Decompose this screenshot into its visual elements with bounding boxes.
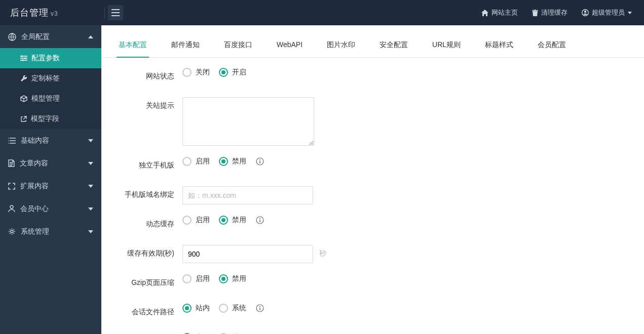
chevron-up-icon	[88, 35, 93, 38]
sidebar-item-custom-tags[interactable]: 定制标签	[0, 68, 101, 89]
nav-title-member[interactable]: 会员中心	[0, 197, 101, 220]
radio-label: 禁用	[232, 157, 246, 166]
radio-label: 启用	[196, 274, 210, 283]
radio-gzip-enable[interactable]: 启用	[182, 274, 210, 283]
row-session-path: 会话文件路径 站内 系统	[117, 304, 629, 322]
radio-site-on[interactable]: 开启	[219, 68, 246, 77]
chevron-down-icon	[628, 12, 632, 14]
row-mobile: 独立手机版 启用 禁用	[117, 157, 629, 175]
row-dyn-cache: 动态缓存 启用 禁用	[117, 216, 629, 234]
sidebar-toggle-button[interactable]	[108, 5, 123, 20]
info-icon	[256, 157, 264, 165]
nav-home-link[interactable]: 网站主页	[481, 8, 518, 17]
nav-label: 扩展内容	[20, 182, 49, 191]
topbar: 后台管理 v3 网站主页 清理缓存 超级管理员	[0, 0, 644, 25]
chevron-down-icon	[88, 207, 93, 211]
nav-title-article[interactable]: 文章内容	[0, 152, 101, 175]
top-divider	[104, 7, 105, 18]
label-site-status: 网站状态	[117, 68, 182, 81]
expand-icon	[8, 183, 15, 190]
sub-item-label: 配置参数	[31, 54, 60, 63]
label-dyn-cache: 动态缓存	[117, 216, 182, 229]
svg-point-5	[22, 59, 23, 61]
input-cache-ttl[interactable]	[182, 245, 313, 263]
radio-cache-enable[interactable]: 启用	[182, 216, 210, 225]
nav-title-base-content[interactable]: 基础内容	[0, 129, 101, 152]
nav-label: 会员中心	[20, 204, 49, 214]
svg-point-10	[11, 230, 13, 233]
nav-title-system[interactable]: 系统管理	[0, 220, 101, 243]
radio-session-system[interactable]: 系统	[219, 304, 246, 313]
svg-rect-16	[259, 220, 260, 222]
svg-point-18	[259, 306, 260, 307]
tab-basic[interactable]: 基本配置	[117, 35, 149, 58]
trash-icon	[532, 10, 538, 16]
row-mobile-domain: 手机版域名绑定	[117, 186, 629, 204]
nav-label: 系统管理	[21, 227, 49, 236]
nav-group-member: 会员中心	[0, 197, 101, 220]
sub-item-label: 模型字段	[31, 114, 59, 123]
row-gzip: Gzip页面压缩 启用 禁用	[117, 274, 629, 293]
nav-title-global[interactable]: 全局配置	[0, 25, 101, 48]
sidebar-item-model-fields[interactable]: 模型字段	[0, 109, 101, 129]
nav-group-extend: 扩展内容	[0, 175, 101, 197]
row-cache-ttl: 缓存有效期(秒) 秒	[117, 245, 629, 263]
row-close-tip: 关站提示	[117, 97, 629, 146]
label-gzip: Gzip页面压缩	[117, 274, 182, 287]
clear-cache-label: 清理缓存	[541, 8, 567, 17]
menu-icon	[111, 9, 120, 16]
radio-label: 禁用	[232, 216, 246, 225]
radio-site-off[interactable]: 关闭	[182, 68, 210, 77]
help-session[interactable]	[255, 304, 264, 313]
radio-mobile-enable[interactable]: 启用	[182, 157, 210, 166]
tab-security[interactable]: 安全配置	[377, 35, 410, 57]
tab-title-style[interactable]: 标题样式	[483, 35, 515, 57]
svg-point-6	[8, 138, 9, 139]
radio-session-internal[interactable]: 站内	[182, 304, 210, 313]
nav-group-global: 全局配置 配置参数 定制标签 模型管理	[0, 25, 101, 129]
user-menu[interactable]: 超级管理员	[582, 8, 632, 17]
sidebar-item-config-params[interactable]: 配置参数	[0, 48, 101, 68]
help-cache[interactable]	[255, 216, 264, 225]
nav-group-article: 文章内容	[0, 152, 101, 175]
chevron-down-icon	[88, 230, 93, 233]
svg-rect-19	[259, 308, 260, 310]
radio-label: 禁用	[232, 274, 246, 283]
svg-point-15	[259, 218, 260, 219]
row-site-status: 网站状态 关闭 开启	[117, 68, 629, 86]
label-mobile: 独立手机版	[117, 157, 182, 170]
sidebar: 全局配置 配置参数 定制标签 模型管理	[0, 25, 101, 334]
help-mobile[interactable]	[255, 157, 264, 166]
textarea-close-tip[interactable]	[182, 97, 314, 146]
label-mobile-domain: 手机版域名绑定	[117, 186, 182, 199]
cube-icon	[20, 95, 27, 102]
sidebar-item-model-manage[interactable]: 模型管理	[0, 89, 101, 109]
tab-mail[interactable]: 邮件通知	[169, 35, 202, 57]
tab-watermark[interactable]: 图片水印	[325, 35, 357, 57]
chevron-down-icon	[88, 139, 93, 142]
chevron-down-icon	[88, 185, 93, 188]
input-mobile-domain[interactable]	[182, 186, 313, 204]
globe-icon	[8, 33, 16, 41]
radio-label: 关闭	[196, 68, 210, 77]
tabs: 基本配置 邮件通知 百度接口 WebAPI 图片水印 安全配置 URL规则 标题…	[101, 35, 644, 58]
nav-home-label: 网站主页	[491, 8, 518, 17]
nav-title-extend[interactable]: 扩展内容	[0, 175, 101, 197]
home-icon	[481, 10, 488, 16]
tab-webapi[interactable]: WebAPI	[275, 35, 305, 57]
list-icon	[8, 138, 16, 144]
sliders-icon	[20, 55, 27, 61]
nav-label: 全局配置	[21, 32, 50, 41]
tab-url[interactable]: URL规则	[430, 35, 463, 57]
radio-label: 启用	[196, 216, 210, 225]
tab-member[interactable]: 会员配置	[536, 35, 568, 57]
radio-gzip-disable[interactable]: 禁用	[219, 274, 246, 283]
clear-cache-button[interactable]: 清理缓存	[532, 8, 567, 17]
tab-baidu[interactable]: 百度接口	[222, 35, 254, 57]
radio-mobile-disable[interactable]: 禁用	[219, 157, 246, 166]
svg-point-3	[21, 55, 22, 57]
wrench-icon	[20, 75, 27, 82]
nav-sub-global: 配置参数 定制标签 模型管理 模型字段	[0, 48, 101, 129]
radio-cache-disable[interactable]: 禁用	[219, 216, 246, 225]
sub-item-label: 定制标签	[31, 74, 60, 83]
